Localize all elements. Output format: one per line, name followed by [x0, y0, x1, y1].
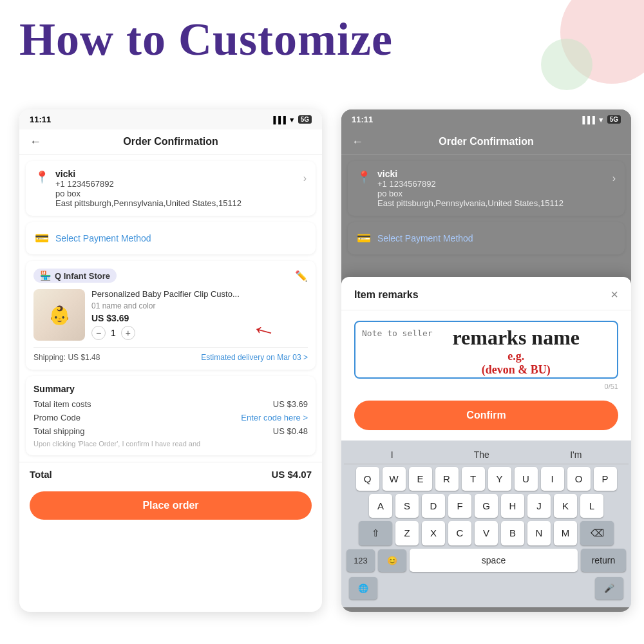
key-v[interactable]: V — [475, 521, 498, 545]
suggestion-i[interactable]: I — [391, 450, 393, 460]
left-nav-bar: ← Order Confirmation — [19, 129, 322, 155]
key-i[interactable]: I — [541, 467, 564, 491]
left-payment-section[interactable]: 💳 Select Payment Method — [26, 222, 316, 254]
key-c[interactable]: C — [448, 521, 471, 545]
popup-header: Item remarks × — [341, 277, 631, 310]
location-icon: 📍 — [35, 170, 49, 184]
product-name: Personalized Baby Pacifier Clip Custo... — [91, 289, 308, 300]
popup-close-button[interactable]: × — [611, 287, 618, 302]
shipping-label: Shipping: — [33, 353, 66, 362]
right-address-phone: +1 1234567892 — [377, 179, 606, 189]
key-p[interactable]: P — [594, 467, 617, 491]
numbers-key[interactable]: 123 — [346, 549, 375, 572]
key-z[interactable]: Z — [395, 521, 419, 545]
key-a[interactable]: A — [369, 494, 392, 518]
place-order-button[interactable]: Place order — [30, 491, 312, 520]
key-g[interactable]: G — [475, 494, 498, 518]
right-back-button[interactable]: ← — [352, 135, 363, 149]
key-l[interactable]: L — [580, 494, 603, 518]
keyboard-row-2: A S D F G H J K L — [344, 494, 629, 518]
confirm-button[interactable]: Confirm — [354, 401, 618, 430]
address-pobox: po box — [55, 189, 297, 198]
address-info: vicki +1 1234567892 po box East pittsbur… — [55, 169, 297, 208]
globe-key[interactable]: 🌐 — [349, 577, 377, 600]
popup-title: Item remarks — [354, 289, 419, 301]
keyboard-row-1: Q W E R T Y U I O P — [344, 467, 629, 491]
store-header: 🏪 Q Infant Store ✏️ — [33, 269, 308, 283]
key-j[interactable]: J — [527, 494, 551, 518]
key-d[interactable]: D — [422, 494, 445, 518]
main-title: How to Customize — [19, 13, 393, 66]
edit-icon[interactable]: ✏️ — [295, 270, 308, 282]
key-x[interactable]: X — [422, 521, 445, 545]
suggestion-im[interactable]: I'm — [570, 450, 582, 460]
keyboard-suggestions: I The I'm — [344, 446, 629, 464]
key-u[interactable]: U — [515, 467, 538, 491]
address-city: East pittsburgh,Pennsylvania,United Stat… — [55, 198, 297, 208]
store-icon: 🏪 — [40, 270, 51, 281]
item-remarks-popup: Item remarks × remarks name e.g. (devon … — [341, 277, 631, 607]
summary-row-promo[interactable]: Promo Code Enter code here > — [33, 413, 308, 422]
right-address-name: vicki — [377, 169, 606, 179]
right-address-card[interactable]: 📍 vicki +1 1234567892 po box East pittsb… — [348, 161, 625, 216]
key-t[interactable]: T — [462, 467, 485, 491]
shipping-total-value: US $0.48 — [273, 426, 308, 436]
total-bar: Total US $4.07 — [19, 462, 322, 486]
key-h[interactable]: H — [501, 494, 524, 518]
qty-increase-button[interactable]: + — [121, 326, 135, 340]
right-payment-text: Select Payment Method — [377, 233, 473, 243]
shipping-date: Estimated delivery on Mar 03 > — [201, 353, 308, 362]
disclaimer-text: Upon clicking 'Place Order', I confirm I… — [33, 440, 308, 448]
left-nav-title: Order Confirmation — [123, 136, 218, 147]
key-o[interactable]: O — [567, 467, 591, 491]
emoji-key[interactable]: 😊 — [378, 549, 406, 572]
spacebar-key[interactable]: space — [410, 549, 578, 572]
items-value: US $3.69 — [273, 399, 308, 409]
right-nav-bar: ← Order Confirmation — [341, 129, 631, 155]
address-name: vicki — [55, 169, 297, 179]
popup-body: remarks name e.g. (devon & BU) 0/51 — [341, 310, 631, 401]
summary-section: Summary Total item costs US $3.69 Promo … — [26, 376, 316, 455]
suggestion-the[interactable]: The — [474, 450, 489, 460]
key-m[interactable]: M — [554, 521, 577, 545]
key-n[interactable]: N — [527, 521, 551, 545]
promo-value[interactable]: Enter code here > — [241, 413, 308, 422]
total-label: Total — [30, 469, 52, 480]
key-q[interactable]: Q — [356, 467, 379, 491]
right-payment-section[interactable]: 💳 Select Payment Method — [348, 222, 625, 254]
key-s[interactable]: S — [395, 494, 419, 518]
right-address-chevron: › — [612, 173, 616, 184]
right-time: 11:11 — [352, 115, 373, 124]
qty-decrease-button[interactable]: − — [91, 326, 106, 340]
note-to-seller-input[interactable] — [354, 321, 618, 379]
key-b[interactable]: B — [501, 521, 524, 545]
right-phone-screenshot: 11:11 ▐▐▐ ▼ 5G ← Order Confirmation 📍 vi… — [341, 109, 631, 612]
right-address-info: vicki +1 1234567892 po box East pittsbur… — [377, 169, 606, 208]
right-phone-content: 11:11 ▐▐▐ ▼ 5G ← Order Confirmation 📍 vi… — [341, 109, 631, 254]
return-key[interactable]: return — [581, 549, 626, 572]
left-address-card[interactable]: 📍 vicki +1 1234567892 po box East pittsb… — [26, 161, 316, 216]
qty-number: 1 — [111, 328, 116, 338]
key-y[interactable]: Y — [488, 467, 511, 491]
payment-text: Select Payment Method — [55, 233, 151, 243]
product-variant: 01 name and color — [91, 301, 308, 310]
keyboard-bottom-row: 123 😊 space return — [344, 549, 629, 572]
right-address-pobox: po box — [377, 189, 606, 198]
key-f[interactable]: F — [448, 494, 471, 518]
key-r[interactable]: R — [435, 467, 459, 491]
bg-decoration-green — [541, 39, 592, 90]
shift-key[interactable]: ⇧ — [359, 521, 392, 545]
store-name: Q Infant Store — [55, 271, 110, 281]
right-status-icons: ▐▐▐ ▼ 5G — [580, 115, 621, 124]
left-status-bar: 11:11 ▐▐▐ ▼ 5G — [19, 109, 322, 129]
left-back-button[interactable]: ← — [30, 135, 41, 149]
address-phone: +1 1234567892 — [55, 179, 297, 189]
keyboard-row-3: ⇧ Z X C V B N M ⌫ — [344, 521, 629, 545]
right-status-bar: 11:11 ▐▐▐ ▼ 5G — [341, 109, 631, 129]
backspace-key[interactable]: ⌫ — [580, 521, 614, 545]
key-k[interactable]: K — [554, 494, 577, 518]
key-w[interactable]: W — [383, 467, 406, 491]
keyboard-globe-row: 🌐 🎤 — [344, 574, 629, 602]
mic-key[interactable]: 🎤 — [595, 577, 623, 600]
key-e[interactable]: E — [409, 467, 432, 491]
